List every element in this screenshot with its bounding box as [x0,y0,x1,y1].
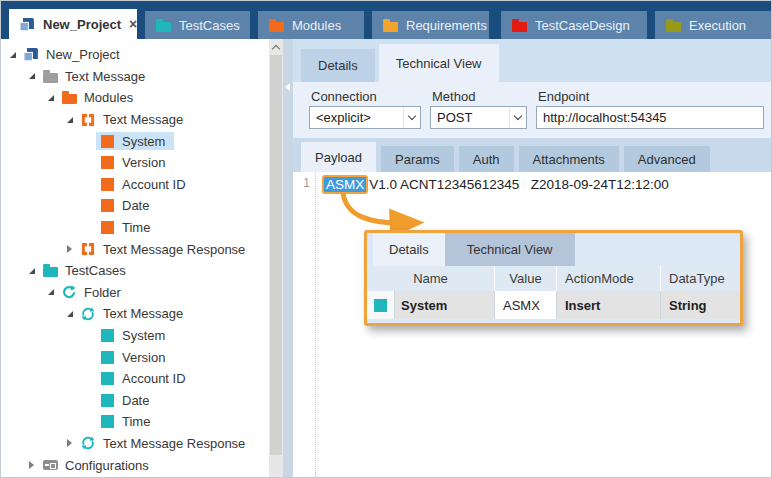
payload-tab-attachments[interactable]: Attachments [519,146,619,172]
module-orange-icon [80,113,96,127]
row-icon-cell [367,291,395,319]
tree-item-label: Time [122,414,150,429]
collapse-left-icon[interactable] [285,83,290,91]
tree-item-text-message-response[interactable]: Text Message Response [1,238,269,260]
callout-tab-details[interactable]: Details [373,233,445,266]
expander-expanded-icon[interactable] [45,289,56,295]
endpoint-value: http://localhost:54345 [537,110,763,125]
tree-item-date[interactable]: Date [1,390,269,412]
project-tree-panel: New_ProjectText MessageModulesText Messa… [1,39,269,478]
column-header-value: Value [495,266,557,291]
tab-modules[interactable]: Modules [258,11,364,39]
tree-item-content: Account ID [96,370,195,388]
scrollbar-thumb[interactable] [270,55,282,455]
tree-item-time[interactable]: Time [1,411,269,433]
callout-tab-strip: DetailsTechnical View [367,233,740,266]
tree-item-label: Modules [84,90,133,105]
tree-item-date[interactable]: Date [1,195,269,217]
expander-expanded-icon[interactable] [26,73,37,79]
tree-item-label: Account ID [122,371,186,386]
tree-item-label: System [122,328,165,343]
callout-tab-technical-view[interactable]: Technical View [445,233,575,266]
tree-item-version[interactable]: Version [1,152,269,174]
expander-expanded-icon[interactable] [45,95,56,101]
tab-testcases[interactable]: TestCases [145,11,250,39]
detail-callout: DetailsTechnical View NameValueActionMod… [364,230,743,326]
tree-item-label: Version [122,350,165,365]
project-logo-icon [19,17,35,32]
expander-expanded-icon[interactable] [64,311,75,317]
endpoint-input[interactable]: http://localhost:54345 [536,106,764,129]
expander-expanded-icon[interactable] [26,268,37,274]
detail-tab-technical-view[interactable]: Technical View [379,44,499,82]
cell-data-type: String [661,291,740,319]
tree-item-text-message-response[interactable]: Text Message Response [1,433,269,455]
toolbox-gray-icon [42,460,58,470]
tree-item-text-message[interactable]: Text Message [1,109,269,131]
payload-text: V1.0 ACNT12345612345 Z2018-09-24T12:12:0… [369,177,668,192]
tab-execution[interactable]: Execution [655,11,771,39]
callout-table-header: NameValueActionModeDataType [367,266,740,291]
detail-tab-details[interactable]: Details [301,49,375,82]
tree-item-label: System [122,134,165,149]
square-orange-icon [99,135,115,148]
tree-item-text-message[interactable]: Text Message [1,66,269,88]
method-select[interactable]: POST [430,106,527,129]
tree-item-system[interactable]: System [1,325,269,347]
tree-item-label: Date [122,198,149,213]
folder-icon [511,19,527,32]
expander-collapsed-icon[interactable] [64,439,75,447]
tree-item-label: New_Project [46,47,120,62]
module-orange-icon [80,242,96,256]
tree-item-text-message[interactable]: Text Message [1,303,269,325]
tab-requirements[interactable]: Requirements [372,11,489,39]
tree-item-content: Text Message [39,67,154,85]
detail-tab-strip: DetailsTechnical View [293,39,771,82]
folder-teal-icon [42,264,58,277]
panel-splitter[interactable] [283,39,293,478]
tree-item-label: Date [122,393,149,408]
table-row[interactable]: SystemASMXInsertString [367,291,740,319]
scrollbar-up-arrow-icon[interactable] [269,39,283,55]
tree-item-system[interactable]: System [1,130,269,152]
tab-new-project[interactable]: New_Project × [9,9,137,39]
tree-item-content: System [96,327,174,345]
tree-item-account-id[interactable]: Account ID [1,174,269,196]
tree-item-new_project[interactable]: New_Project [1,44,269,66]
tree-item-label: Folder [84,285,121,300]
tree-item-time[interactable]: Time [1,217,269,239]
tree-scrollbar[interactable] [269,39,283,478]
connection-dropdown-button[interactable] [403,107,420,128]
tree-item-folder[interactable]: Folder [1,282,269,304]
tree-item-configurations[interactable]: Configurations [1,454,269,476]
method-dropdown-button[interactable] [509,107,526,128]
connection-select[interactable]: <explicit> [309,106,421,129]
sync-teal-icon [80,436,96,450]
tree-item-label: Text Message [103,306,183,321]
tree-item-content: Folder [58,283,130,301]
tree-item-content: Time [96,413,159,431]
tab-testcasedesign[interactable]: TestCaseDesign [501,11,647,39]
expander-collapsed-icon[interactable] [64,245,75,253]
payload-tab-advanced[interactable]: Advanced [624,146,710,172]
line-number: 1 [303,176,310,190]
tree-item-account-id[interactable]: Account ID [1,368,269,390]
expander-expanded-icon[interactable] [7,52,18,58]
method-value: POST [431,110,509,125]
tree-item-modules[interactable]: Modules [1,87,269,109]
close-icon[interactable]: × [129,17,137,31]
tree-item-content: Date [96,197,158,215]
payload-tab-payload[interactable]: Payload [301,142,376,172]
expander-expanded-icon[interactable] [64,117,75,123]
tree-item-label: Version [122,155,165,170]
cell-action-mode: Insert [557,291,661,319]
tree-item-version[interactable]: Version [1,346,269,368]
payload-tab-params[interactable]: Params [381,146,454,172]
cell-name: System [395,291,495,319]
chevron-down-icon [514,112,522,120]
tree-item-label: Time [122,220,150,235]
payload-tab-auth[interactable]: Auth [459,146,514,172]
tree-item-testcases[interactable]: TestCases [1,260,269,282]
tree-item-content: Configurations [39,456,158,474]
expander-collapsed-icon[interactable] [26,461,37,469]
